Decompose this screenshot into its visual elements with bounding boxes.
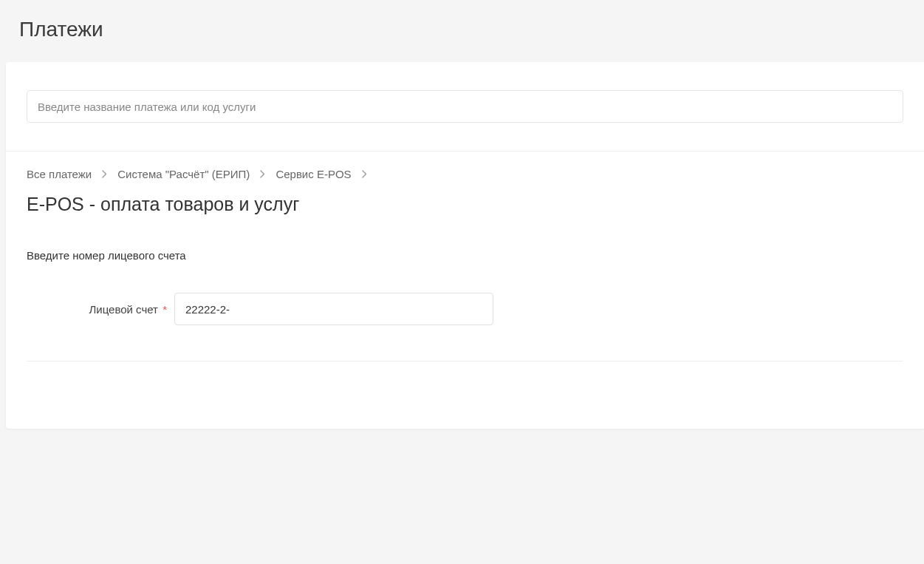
breadcrumb-erip[interactable]: Система "Расчёт" (ЕРИП) [117, 168, 250, 180]
chevron-right-icon [260, 170, 265, 178]
breadcrumb: Все платежи Система "Расчёт" (ЕРИП) Серв… [27, 168, 903, 180]
breadcrumb-epos[interactable]: Сервис E-POS [276, 168, 351, 180]
account-input[interactable] [174, 293, 493, 325]
chevron-right-icon [102, 170, 107, 178]
account-label: Лицевой счет [89, 303, 158, 316]
payments-card: Все платежи Система "Расчёт" (ЕРИП) Серв… [6, 62, 924, 429]
account-label-col: Лицевой счет * [27, 303, 174, 316]
search-input[interactable] [27, 90, 903, 123]
page-title: Платежи [19, 18, 905, 41]
divider [27, 361, 903, 361]
content-section: Все платежи Система "Расчёт" (ЕРИП) Серв… [6, 152, 924, 361]
account-row: Лицевой счет * [27, 293, 903, 325]
service-title: E-POS - оплата товаров и услуг [27, 194, 903, 215]
required-marker: * [162, 303, 167, 316]
breadcrumb-all-payments[interactable]: Все платежи [27, 168, 92, 180]
form-instruction: Введите номер лицевого счета [27, 249, 903, 262]
chevron-right-icon [362, 170, 367, 178]
search-section [6, 62, 924, 152]
